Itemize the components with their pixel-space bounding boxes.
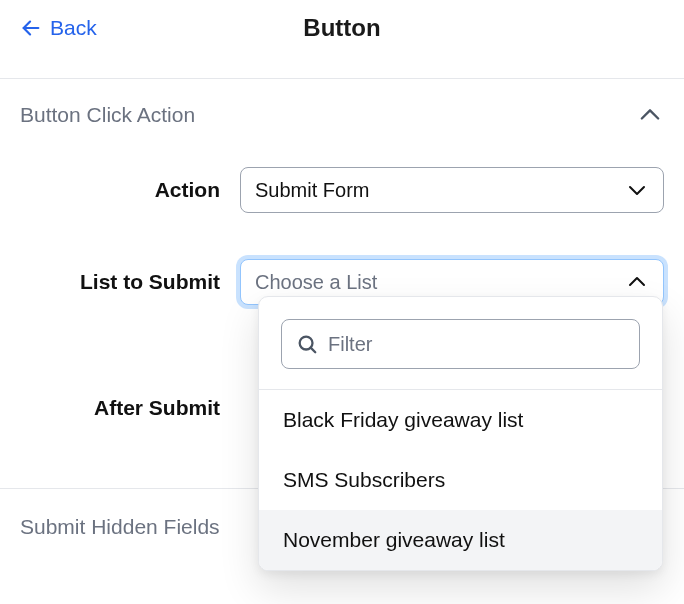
svg-line-2 — [311, 348, 316, 353]
chevron-up-icon — [625, 270, 649, 294]
action-label: Action — [20, 178, 240, 202]
list-dropdown: Black Friday giveaway list SMS Subscribe… — [258, 296, 663, 571]
list-option[interactable]: November giveaway list — [259, 510, 662, 570]
row-action: Action Submit Form — [0, 159, 684, 221]
panel-header: Back Button — [0, 0, 684, 56]
action-select-value: Submit Form — [255, 179, 369, 202]
list-label: List to Submit — [20, 270, 240, 294]
dropdown-search-wrap — [259, 297, 662, 389]
back-button[interactable]: Back — [20, 16, 97, 40]
list-option[interactable]: SMS Subscribers — [259, 450, 662, 510]
list-select-placeholder: Choose a List — [255, 271, 377, 294]
search-icon — [296, 333, 318, 355]
arrow-left-icon — [20, 17, 42, 39]
filter-search-box[interactable] — [281, 319, 640, 369]
back-label: Back — [50, 16, 97, 40]
section-title: Button Click Action — [20, 103, 195, 127]
filter-input[interactable] — [328, 333, 625, 356]
hidden-fields-title: Submit Hidden Fields — [20, 515, 220, 539]
action-select[interactable]: Submit Form — [240, 167, 664, 213]
after-submit-label: After Submit — [20, 396, 240, 420]
page-title: Button — [0, 14, 684, 42]
section-header-click-action[interactable]: Button Click Action — [0, 79, 684, 139]
chevron-down-icon — [625, 178, 649, 202]
list-option[interactable]: Black Friday giveaway list — [259, 390, 662, 450]
chevron-up-icon — [636, 101, 664, 129]
